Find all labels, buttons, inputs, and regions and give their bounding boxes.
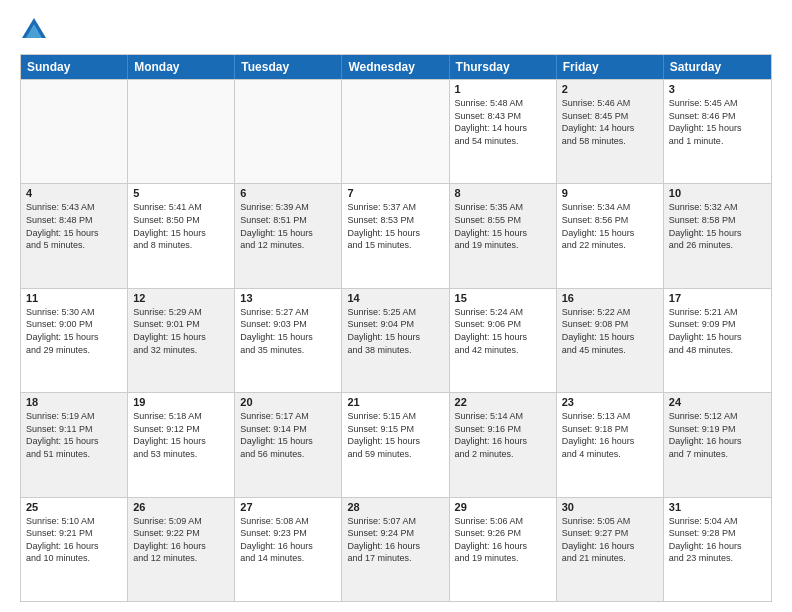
day-number: 28	[347, 501, 443, 513]
calendar-row: 4Sunrise: 5:43 AM Sunset: 8:48 PM Daylig…	[21, 183, 771, 287]
calendar-cell	[128, 80, 235, 183]
day-number: 9	[562, 187, 658, 199]
calendar-cell: 18Sunrise: 5:19 AM Sunset: 9:11 PM Dayli…	[21, 393, 128, 496]
header-day: Tuesday	[235, 55, 342, 79]
day-info: Sunrise: 5:05 AM Sunset: 9:27 PM Dayligh…	[562, 515, 658, 565]
calendar-cell: 15Sunrise: 5:24 AM Sunset: 9:06 PM Dayli…	[450, 289, 557, 392]
calendar-header: SundayMondayTuesdayWednesdayThursdayFrid…	[21, 55, 771, 79]
day-number: 2	[562, 83, 658, 95]
day-number: 19	[133, 396, 229, 408]
day-number: 6	[240, 187, 336, 199]
calendar-cell: 3Sunrise: 5:45 AM Sunset: 8:46 PM Daylig…	[664, 80, 771, 183]
day-info: Sunrise: 5:41 AM Sunset: 8:50 PM Dayligh…	[133, 201, 229, 251]
calendar-cell: 28Sunrise: 5:07 AM Sunset: 9:24 PM Dayli…	[342, 498, 449, 601]
calendar-cell: 29Sunrise: 5:06 AM Sunset: 9:26 PM Dayli…	[450, 498, 557, 601]
calendar-cell: 31Sunrise: 5:04 AM Sunset: 9:28 PM Dayli…	[664, 498, 771, 601]
day-number: 22	[455, 396, 551, 408]
header-day: Monday	[128, 55, 235, 79]
calendar-cell: 20Sunrise: 5:17 AM Sunset: 9:14 PM Dayli…	[235, 393, 342, 496]
day-info: Sunrise: 5:18 AM Sunset: 9:12 PM Dayligh…	[133, 410, 229, 460]
day-info: Sunrise: 5:27 AM Sunset: 9:03 PM Dayligh…	[240, 306, 336, 356]
calendar-cell: 5Sunrise: 5:41 AM Sunset: 8:50 PM Daylig…	[128, 184, 235, 287]
day-info: Sunrise: 5:04 AM Sunset: 9:28 PM Dayligh…	[669, 515, 766, 565]
calendar-cell: 4Sunrise: 5:43 AM Sunset: 8:48 PM Daylig…	[21, 184, 128, 287]
day-info: Sunrise: 5:12 AM Sunset: 9:19 PM Dayligh…	[669, 410, 766, 460]
calendar-row: 18Sunrise: 5:19 AM Sunset: 9:11 PM Dayli…	[21, 392, 771, 496]
day-info: Sunrise: 5:25 AM Sunset: 9:04 PM Dayligh…	[347, 306, 443, 356]
day-info: Sunrise: 5:29 AM Sunset: 9:01 PM Dayligh…	[133, 306, 229, 356]
calendar-cell: 25Sunrise: 5:10 AM Sunset: 9:21 PM Dayli…	[21, 498, 128, 601]
day-number: 23	[562, 396, 658, 408]
calendar-cell	[235, 80, 342, 183]
calendar: SundayMondayTuesdayWednesdayThursdayFrid…	[20, 54, 772, 602]
calendar-cell: 6Sunrise: 5:39 AM Sunset: 8:51 PM Daylig…	[235, 184, 342, 287]
header-day: Friday	[557, 55, 664, 79]
calendar-cell: 11Sunrise: 5:30 AM Sunset: 9:00 PM Dayli…	[21, 289, 128, 392]
calendar-cell	[21, 80, 128, 183]
day-number: 30	[562, 501, 658, 513]
page: SundayMondayTuesdayWednesdayThursdayFrid…	[0, 0, 792, 612]
day-info: Sunrise: 5:07 AM Sunset: 9:24 PM Dayligh…	[347, 515, 443, 565]
day-number: 24	[669, 396, 766, 408]
header-day: Saturday	[664, 55, 771, 79]
day-number: 8	[455, 187, 551, 199]
day-info: Sunrise: 5:39 AM Sunset: 8:51 PM Dayligh…	[240, 201, 336, 251]
day-number: 31	[669, 501, 766, 513]
header	[20, 16, 772, 44]
day-info: Sunrise: 5:32 AM Sunset: 8:58 PM Dayligh…	[669, 201, 766, 251]
calendar-cell: 21Sunrise: 5:15 AM Sunset: 9:15 PM Dayli…	[342, 393, 449, 496]
day-number: 3	[669, 83, 766, 95]
calendar-cell: 13Sunrise: 5:27 AM Sunset: 9:03 PM Dayli…	[235, 289, 342, 392]
day-number: 11	[26, 292, 122, 304]
day-number: 12	[133, 292, 229, 304]
day-info: Sunrise: 5:45 AM Sunset: 8:46 PM Dayligh…	[669, 97, 766, 147]
day-info: Sunrise: 5:19 AM Sunset: 9:11 PM Dayligh…	[26, 410, 122, 460]
calendar-row: 25Sunrise: 5:10 AM Sunset: 9:21 PM Dayli…	[21, 497, 771, 601]
calendar-cell: 2Sunrise: 5:46 AM Sunset: 8:45 PM Daylig…	[557, 80, 664, 183]
day-number: 25	[26, 501, 122, 513]
day-info: Sunrise: 5:13 AM Sunset: 9:18 PM Dayligh…	[562, 410, 658, 460]
calendar-cell: 10Sunrise: 5:32 AM Sunset: 8:58 PM Dayli…	[664, 184, 771, 287]
calendar-row: 1Sunrise: 5:48 AM Sunset: 8:43 PM Daylig…	[21, 79, 771, 183]
day-info: Sunrise: 5:37 AM Sunset: 8:53 PM Dayligh…	[347, 201, 443, 251]
day-number: 15	[455, 292, 551, 304]
calendar-cell	[342, 80, 449, 183]
day-info: Sunrise: 5:06 AM Sunset: 9:26 PM Dayligh…	[455, 515, 551, 565]
logo	[20, 16, 52, 44]
calendar-cell: 8Sunrise: 5:35 AM Sunset: 8:55 PM Daylig…	[450, 184, 557, 287]
day-info: Sunrise: 5:35 AM Sunset: 8:55 PM Dayligh…	[455, 201, 551, 251]
day-info: Sunrise: 5:14 AM Sunset: 9:16 PM Dayligh…	[455, 410, 551, 460]
day-number: 18	[26, 396, 122, 408]
day-info: Sunrise: 5:48 AM Sunset: 8:43 PM Dayligh…	[455, 97, 551, 147]
calendar-cell: 14Sunrise: 5:25 AM Sunset: 9:04 PM Dayli…	[342, 289, 449, 392]
calendar-cell: 27Sunrise: 5:08 AM Sunset: 9:23 PM Dayli…	[235, 498, 342, 601]
day-number: 10	[669, 187, 766, 199]
day-info: Sunrise: 5:15 AM Sunset: 9:15 PM Dayligh…	[347, 410, 443, 460]
day-number: 16	[562, 292, 658, 304]
day-number: 4	[26, 187, 122, 199]
calendar-cell: 7Sunrise: 5:37 AM Sunset: 8:53 PM Daylig…	[342, 184, 449, 287]
day-number: 17	[669, 292, 766, 304]
calendar-body: 1Sunrise: 5:48 AM Sunset: 8:43 PM Daylig…	[21, 79, 771, 601]
calendar-cell: 1Sunrise: 5:48 AM Sunset: 8:43 PM Daylig…	[450, 80, 557, 183]
day-number: 20	[240, 396, 336, 408]
day-number: 14	[347, 292, 443, 304]
day-info: Sunrise: 5:08 AM Sunset: 9:23 PM Dayligh…	[240, 515, 336, 565]
calendar-cell: 16Sunrise: 5:22 AM Sunset: 9:08 PM Dayli…	[557, 289, 664, 392]
calendar-cell: 22Sunrise: 5:14 AM Sunset: 9:16 PM Dayli…	[450, 393, 557, 496]
day-info: Sunrise: 5:43 AM Sunset: 8:48 PM Dayligh…	[26, 201, 122, 251]
day-info: Sunrise: 5:30 AM Sunset: 9:00 PM Dayligh…	[26, 306, 122, 356]
day-info: Sunrise: 5:10 AM Sunset: 9:21 PM Dayligh…	[26, 515, 122, 565]
day-info: Sunrise: 5:46 AM Sunset: 8:45 PM Dayligh…	[562, 97, 658, 147]
header-day: Wednesday	[342, 55, 449, 79]
day-info: Sunrise: 5:17 AM Sunset: 9:14 PM Dayligh…	[240, 410, 336, 460]
calendar-cell: 23Sunrise: 5:13 AM Sunset: 9:18 PM Dayli…	[557, 393, 664, 496]
calendar-cell: 12Sunrise: 5:29 AM Sunset: 9:01 PM Dayli…	[128, 289, 235, 392]
calendar-cell: 17Sunrise: 5:21 AM Sunset: 9:09 PM Dayli…	[664, 289, 771, 392]
day-number: 26	[133, 501, 229, 513]
day-number: 13	[240, 292, 336, 304]
header-day: Thursday	[450, 55, 557, 79]
day-number: 1	[455, 83, 551, 95]
day-number: 29	[455, 501, 551, 513]
header-day: Sunday	[21, 55, 128, 79]
